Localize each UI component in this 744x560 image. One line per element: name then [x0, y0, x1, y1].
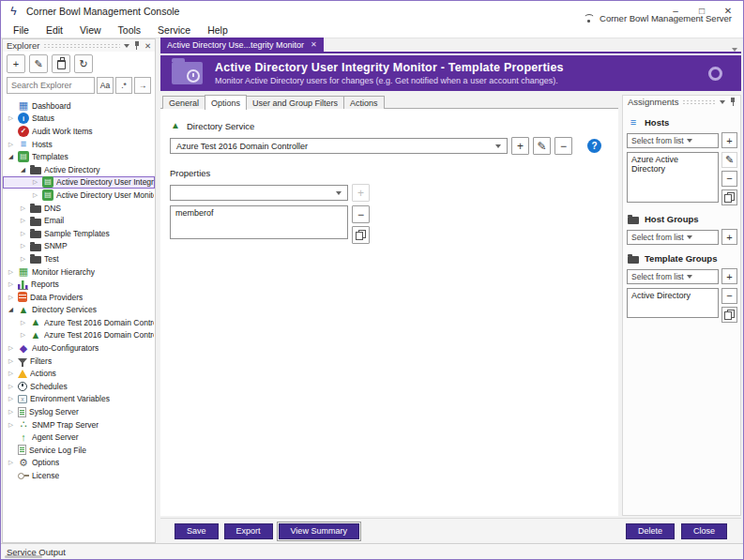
tree-item-environment-variables[interactable]: ▷xEnvironment Variables [3, 393, 155, 406]
expander-icon[interactable]: ▷ [19, 331, 27, 339]
expander-icon[interactable]: ▷ [7, 408, 15, 416]
tree-item-options[interactable]: ▷⚙Options [3, 457, 155, 470]
menu-tools[interactable]: Tools [110, 24, 150, 36]
properties-select[interactable] [170, 185, 348, 201]
tab-user-and-group-filters[interactable]: User and Group Filters [246, 96, 344, 109]
add-button[interactable]: + [7, 54, 25, 73]
add-property-button[interactable]: + [352, 184, 370, 202]
expander-icon[interactable]: ▷ [7, 344, 15, 352]
tree-item-reports[interactable]: ▷Reports [3, 278, 155, 291]
property-item[interactable]: memberof [175, 208, 342, 219]
expander-icon[interactable]: ▷ [7, 421, 15, 429]
tree-item-azure-test-2016-domain-controller-ssl[interactable]: ▷▲Azure Test 2016 Domain Controller (SSL… [3, 329, 155, 342]
tree-item-status[interactable]: ▷iStatus [3, 113, 155, 126]
close-panel-icon[interactable]: ✕ [144, 41, 151, 51]
hosts-item[interactable]: Azure Active Directory [631, 155, 714, 165]
expander-icon[interactable]: ▷ [7, 370, 15, 377]
tree-item-snmp[interactable]: ▷SNMP [3, 240, 155, 253]
save-button[interactable]: Save [175, 523, 219, 539]
expander-icon[interactable]: ▷ [7, 114, 15, 122]
tree-item-dashboard[interactable]: ▦Dashboard [3, 99, 155, 113]
help-icon[interactable]: ? [587, 139, 601, 153]
delete-button[interactable]: Delete [626, 523, 675, 539]
edit-directory-service-button[interactable]: ✎ [533, 137, 551, 155]
tree-item-schedules[interactable]: ▷Schedules [3, 380, 155, 393]
remove-host-button[interactable]: − [721, 171, 737, 187]
copy-template-group-button[interactable] [721, 307, 737, 323]
expander-icon[interactable]: ◢ [7, 153, 15, 160]
template-groups-select[interactable]: Select from list [627, 269, 719, 284]
expander-icon[interactable]: ▷ [31, 178, 39, 186]
expander-icon[interactable]: ▷ [19, 242, 27, 250]
add-hosts-button[interactable]: + [721, 132, 737, 148]
expander-icon[interactable]: ▷ [7, 280, 15, 288]
tree-item-azure-test-2016-domain-controller[interactable]: ▷▲Azure Test 2016 Domain Controller [3, 316, 155, 329]
search-go-button[interactable]: → [134, 77, 151, 94]
tree-item-templates[interactable]: ◢▤Templates [3, 150, 155, 163]
document-tab[interactable]: Active Directory Use...tegrity Monitor ✕ [160, 38, 324, 52]
edit-button[interactable]: ✎ [29, 54, 48, 73]
expander-icon[interactable]: ▷ [7, 357, 15, 365]
tab-actions[interactable]: Actions [343, 96, 385, 109]
regex-button[interactable]: .* [115, 77, 132, 94]
add-host-groups-button[interactable]: + [721, 229, 737, 245]
tree-item-filters[interactable]: ▷Filters [3, 355, 155, 368]
tree-item-syslog-server[interactable]: ▷Syslog Server [3, 405, 155, 418]
expander-icon[interactable]: ▷ [19, 319, 27, 326]
expander-icon[interactable]: ▷ [7, 395, 15, 402]
tree-item-email[interactable]: ▷Email [3, 214, 155, 227]
directory-service-select[interactable]: Azure Test 2016 Domain Controller [170, 138, 508, 154]
expander-icon[interactable]: ▷ [31, 191, 39, 199]
drag-texture[interactable] [43, 43, 120, 49]
template-groups-item[interactable]: Active Directory [631, 291, 714, 301]
remove-directory-service-button[interactable]: − [554, 137, 572, 155]
tree-item-snmp-trap-server[interactable]: ▷∴SNMP Trap Server [3, 418, 155, 431]
tree-item-sample-templates[interactable]: ▷Sample Templates [3, 227, 155, 240]
tree-item-active-directory-user-integrity-monitor[interactable]: ▷▤Active Directory User Integrity Monito… [3, 176, 155, 189]
add-directory-service-button[interactable]: + [511, 137, 529, 155]
tree-item-monitor-hierarchy[interactable]: ▷▦Monitor Hierarchy [3, 265, 155, 279]
tab-general[interactable]: General [162, 96, 205, 109]
tree-item-auto-configurators[interactable]: ▷◆Auto-Configurators [3, 341, 155, 355]
copy-properties-button[interactable] [352, 226, 370, 244]
expander-icon[interactable]: ▷ [19, 230, 27, 237]
refresh-button[interactable]: ↻ [74, 54, 93, 73]
menu-view[interactable]: View [71, 24, 110, 36]
hosts-select[interactable]: Select from list [627, 133, 719, 148]
expander-icon[interactable]: ▷ [7, 294, 15, 301]
tree-item-license[interactable]: License [3, 469, 155, 482]
tree-item-directory-services[interactable]: ◢▲Directory Services [3, 304, 155, 317]
tree-item-dns[interactable]: ▷DNS [3, 202, 155, 215]
horizontal-scrollbar-thumb[interactable] [5, 555, 42, 558]
tab-options[interactable]: Options [205, 95, 247, 110]
edit-host-button[interactable]: ✎ [721, 152, 737, 168]
template-groups-listbox[interactable]: Active Directory [627, 288, 719, 318]
tree-item-service-log-file[interactable]: Service Log File [3, 444, 155, 457]
expander-icon[interactable]: ◢ [19, 166, 27, 174]
menu-edit[interactable]: Edit [38, 24, 71, 36]
view-summary-button[interactable]: View Summary [279, 523, 359, 539]
close-button[interactable]: Close [681, 523, 727, 539]
pin-icon[interactable] [133, 40, 141, 51]
add-template-groups-button[interactable]: + [721, 268, 737, 284]
remove-template-group-button[interactable]: − [721, 288, 737, 304]
expander-icon[interactable]: ▷ [7, 141, 15, 148]
hosts-listbox[interactable]: Azure Active Directory [627, 152, 719, 203]
chevron-down-icon[interactable] [124, 44, 129, 48]
tree-item-audit-work-items[interactable]: ✓Audit Work Items [3, 125, 155, 138]
host-groups-select[interactable]: Select from list [627, 230, 719, 245]
tree-item-active-directory[interactable]: ◢Active Directory [3, 163, 155, 176]
expander-icon[interactable]: ▷ [19, 217, 27, 224]
expander-icon[interactable]: ▷ [7, 383, 15, 390]
tree-item-actions[interactable]: ▷Actions [3, 367, 155, 380]
drag-texture[interactable] [682, 99, 716, 105]
expander-icon[interactable]: ▷ [19, 255, 27, 263]
tab-overflow-chevron-icon[interactable] [732, 48, 737, 52]
tab-close-icon[interactable]: ✕ [311, 40, 317, 49]
copy-host-button[interactable] [721, 189, 737, 205]
expander-icon[interactable]: ◢ [7, 306, 15, 313]
tree-item-test[interactable]: ▷Test [3, 252, 155, 265]
tree-item-data-providers[interactable]: ▷Data Providers [3, 291, 155, 304]
menu-service[interactable]: Service [149, 24, 199, 36]
expander-icon[interactable]: ▷ [7, 459, 15, 466]
